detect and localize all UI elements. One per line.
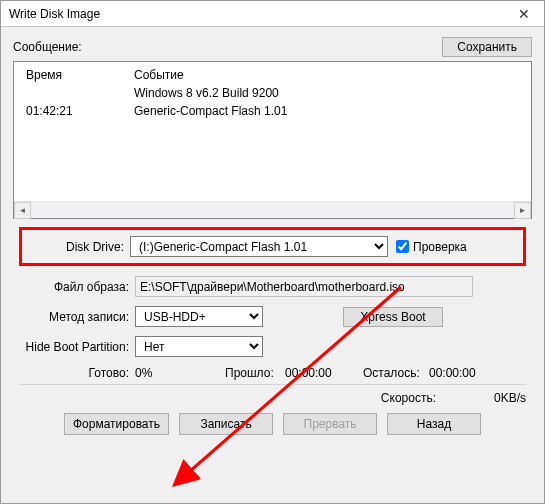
disk-drive-select[interactable]: (I:)Generic-Compact Flash 1.01 — [130, 236, 388, 257]
disk-drive-label: Disk Drive: — [30, 240, 130, 254]
table-row: Windows 8 v6.2 Build 9200 — [22, 84, 523, 102]
image-file-field[interactable] — [135, 276, 473, 297]
log-event: Generic-Compact Flash 1.01 — [130, 102, 523, 120]
write-method-select[interactable]: USB-HDD+ — [135, 306, 263, 327]
image-file-row: Файл образа: — [19, 276, 526, 297]
format-button[interactable]: Форматировать — [64, 413, 169, 435]
status-row: Готово: 0% Прошло: 00:00:00 Осталось: 00… — [19, 366, 526, 380]
abort-button[interactable]: Прервать — [283, 413, 377, 435]
ready-value: 0% — [135, 366, 152, 380]
xpress-boot-button[interactable]: Xpress Boot — [343, 307, 443, 327]
h-scrollbar[interactable]: ◄ ► — [14, 201, 531, 218]
window: Write Disk Image ✕ Сообщение: Сохранить … — [0, 0, 545, 504]
col-event-header: Событие — [130, 66, 523, 84]
close-icon: ✕ — [518, 6, 530, 22]
log-event: Windows 8 v6.2 Build 9200 — [130, 84, 523, 102]
remain-label: Осталось: — [363, 366, 420, 380]
message-row: Сообщение: Сохранить — [13, 37, 532, 57]
speed-value: 0KB/s — [476, 391, 526, 405]
message-label: Сообщение: — [13, 40, 82, 54]
elapsed-label: Прошло: — [225, 366, 274, 380]
hide-boot-label: Hide Boot Partition: — [19, 340, 135, 354]
speed-label: Скорость: — [381, 391, 436, 405]
verify-wrap[interactable]: Проверка — [396, 240, 467, 254]
write-button[interactable]: Записать — [179, 413, 273, 435]
verify-label: Проверка — [413, 240, 467, 254]
verify-checkbox[interactable] — [396, 240, 409, 253]
col-time-header: Время — [22, 66, 130, 84]
form-area: Disk Drive: (I:)Generic-Compact Flash 1.… — [13, 219, 532, 435]
titlebar: Write Disk Image ✕ — [1, 1, 544, 27]
write-method-row: Метод записи: USB-HDD+ Xpress Boot — [19, 306, 526, 327]
elapsed-value: 00:00:00 — [285, 366, 332, 380]
back-button[interactable]: Назад — [387, 413, 481, 435]
hide-boot-row: Hide Boot Partition: Нет — [19, 336, 526, 357]
disk-drive-highlight: Disk Drive: (I:)Generic-Compact Flash 1.… — [19, 227, 526, 266]
buttons-row: Форматировать Записать Прервать Назад — [19, 413, 526, 435]
write-method-label: Метод записи: — [19, 310, 135, 324]
ready-label: Готово: — [89, 366, 129, 380]
hide-boot-select[interactable]: Нет — [135, 336, 263, 357]
dialog-body: Сообщение: Сохранить Время Событие Win — [1, 27, 544, 503]
log-panel: Время Событие Windows 8 v6.2 Build 9200 … — [13, 61, 532, 219]
speed-row: Скорость: 0KB/s — [19, 391, 526, 405]
table-row: 01:42:21 Generic-Compact Flash 1.01 — [22, 102, 523, 120]
chevron-left-icon: ◄ — [19, 207, 27, 215]
remain-value: 00:00:00 — [429, 366, 476, 380]
log-body: Время Событие Windows 8 v6.2 Build 9200 … — [14, 62, 531, 201]
image-file-label: Файл образа: — [19, 280, 135, 294]
divider — [19, 384, 526, 385]
scroll-track[interactable] — [31, 202, 514, 218]
window-title: Write Disk Image — [9, 7, 100, 21]
save-button[interactable]: Сохранить — [442, 37, 532, 57]
log-time: 01:42:21 — [22, 102, 130, 120]
close-button[interactable]: ✕ — [504, 1, 544, 27]
log-time — [22, 84, 130, 102]
scroll-left-button[interactable]: ◄ — [14, 202, 31, 219]
scroll-right-button[interactable]: ► — [514, 202, 531, 219]
log-table: Время Событие Windows 8 v6.2 Build 9200 … — [22, 66, 523, 120]
chevron-right-icon: ► — [519, 207, 527, 215]
